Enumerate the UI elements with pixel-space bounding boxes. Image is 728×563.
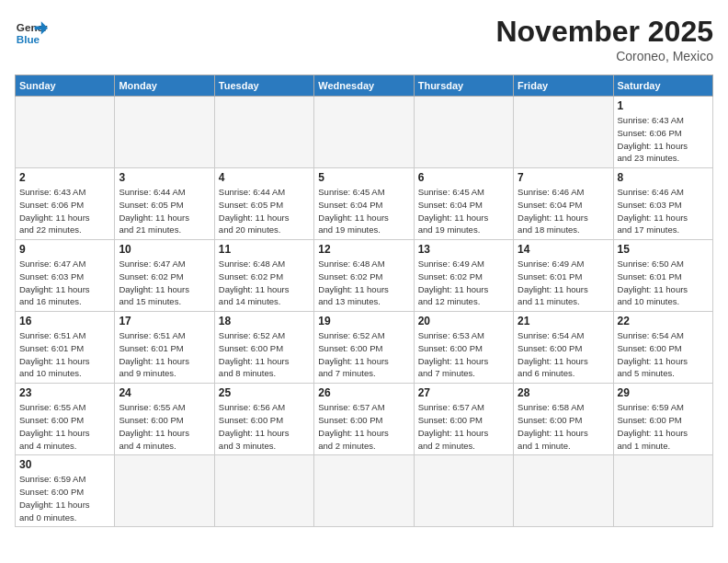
day-info: Sunrise: 6:47 AMSunset: 6:03 PMDaylight:…	[19, 258, 110, 308]
col-header-saturday: Saturday	[613, 75, 712, 97]
day-info: Sunrise: 6:44 AMSunset: 6:05 PMDaylight:…	[219, 186, 310, 236]
calendar-cell: 3Sunrise: 6:44 AMSunset: 6:05 PMDaylight…	[115, 168, 214, 240]
day-info: Sunrise: 6:57 AMSunset: 6:00 PMDaylight:…	[318, 401, 409, 452]
calendar-cell: 26Sunrise: 6:57 AMSunset: 6:00 PMDayligh…	[314, 384, 414, 455]
week-row-5: 23Sunrise: 6:55 AMSunset: 6:00 PMDayligh…	[16, 384, 713, 455]
calendar-cell: 21Sunrise: 6:54 AMSunset: 6:00 PMDayligh…	[514, 312, 613, 384]
calendar-cell: 28Sunrise: 6:58 AMSunset: 6:00 PMDayligh…	[514, 384, 613, 455]
day-info: Sunrise: 6:45 AMSunset: 6:04 PMDaylight:…	[418, 186, 509, 236]
day-info: Sunrise: 6:55 AMSunset: 6:00 PMDaylight:…	[19, 401, 110, 452]
calendar-cell: 22Sunrise: 6:54 AMSunset: 6:00 PMDayligh…	[613, 312, 712, 384]
calendar-cell	[214, 455, 313, 527]
day-info: Sunrise: 6:55 AMSunset: 6:00 PMDaylight:…	[119, 401, 210, 452]
calendar-cell: 10Sunrise: 6:47 AMSunset: 6:02 PMDayligh…	[115, 240, 214, 312]
day-info: Sunrise: 6:48 AMSunset: 6:02 PMDaylight:…	[318, 258, 409, 308]
col-header-monday: Monday	[115, 75, 214, 97]
calendar-cell: 13Sunrise: 6:49 AMSunset: 6:02 PMDayligh…	[414, 240, 513, 312]
calendar-cell	[115, 455, 214, 527]
calendar-cell: 30Sunrise: 6:59 AMSunset: 6:00 PMDayligh…	[16, 455, 115, 527]
calendar-cell: 11Sunrise: 6:48 AMSunset: 6:02 PMDayligh…	[214, 240, 313, 312]
day-number: 14	[518, 243, 609, 256]
day-info: Sunrise: 6:53 AMSunset: 6:00 PMDaylight:…	[418, 329, 509, 380]
calendar-cell: 17Sunrise: 6:51 AMSunset: 6:01 PMDayligh…	[115, 312, 214, 384]
day-info: Sunrise: 6:45 AMSunset: 6:04 PMDaylight:…	[318, 186, 409, 236]
week-row-1: 1Sunrise: 6:43 AMSunset: 6:06 PMDaylight…	[16, 97, 713, 168]
calendar-cell: 15Sunrise: 6:50 AMSunset: 6:01 PMDayligh…	[613, 240, 712, 312]
calendar-cell	[514, 455, 613, 527]
day-info: Sunrise: 6:43 AMSunset: 6:06 PMDaylight:…	[618, 114, 709, 165]
day-info: Sunrise: 6:44 AMSunset: 6:05 PMDaylight:…	[119, 186, 210, 236]
calendar-cell: 9Sunrise: 6:47 AMSunset: 6:03 PMDaylight…	[16, 240, 115, 312]
day-info: Sunrise: 6:51 AMSunset: 6:01 PMDaylight:…	[119, 329, 210, 380]
calendar-cell	[613, 455, 712, 527]
day-info: Sunrise: 6:50 AMSunset: 6:01 PMDaylight:…	[618, 258, 709, 308]
day-number: 18	[219, 315, 310, 327]
month-title: November 2025	[495, 15, 713, 49]
calendar-cell: 29Sunrise: 6:59 AMSunset: 6:00 PMDayligh…	[613, 384, 712, 455]
day-info: Sunrise: 6:51 AMSunset: 6:01 PMDaylight:…	[19, 329, 110, 380]
col-header-thursday: Thursday	[414, 75, 513, 97]
calendar-cell: 23Sunrise: 6:55 AMSunset: 6:00 PMDayligh…	[16, 384, 115, 455]
day-info: Sunrise: 6:59 AMSunset: 6:00 PMDaylight:…	[618, 401, 709, 452]
day-number: 4	[219, 171, 310, 184]
day-number: 23	[19, 386, 110, 399]
title-block: November 2025 Coroneo, Mexico	[495, 15, 713, 63]
calendar-cell: 20Sunrise: 6:53 AMSunset: 6:00 PMDayligh…	[414, 312, 513, 384]
calendar-cell: 19Sunrise: 6:52 AMSunset: 6:00 PMDayligh…	[314, 312, 414, 384]
day-number: 25	[219, 386, 310, 399]
day-number: 22	[618, 315, 709, 327]
day-number: 3	[119, 171, 210, 184]
calendar-cell	[414, 455, 513, 527]
day-number: 13	[418, 243, 509, 256]
day-info: Sunrise: 6:52 AMSunset: 6:00 PMDaylight:…	[318, 329, 409, 380]
calendar-cell: 6Sunrise: 6:45 AMSunset: 6:04 PMDaylight…	[414, 168, 513, 240]
week-row-6: 30Sunrise: 6:59 AMSunset: 6:00 PMDayligh…	[16, 455, 713, 527]
week-row-2: 2Sunrise: 6:43 AMSunset: 6:06 PMDaylight…	[16, 168, 713, 240]
week-row-3: 9Sunrise: 6:47 AMSunset: 6:03 PMDaylight…	[16, 240, 713, 312]
calendar-cell: 12Sunrise: 6:48 AMSunset: 6:02 PMDayligh…	[314, 240, 414, 312]
day-number: 26	[318, 386, 409, 399]
calendar-cell	[314, 97, 414, 168]
location: Coroneo, Mexico	[495, 49, 713, 63]
day-info: Sunrise: 6:52 AMSunset: 6:00 PMDaylight:…	[219, 329, 310, 380]
calendar-cell: 1Sunrise: 6:43 AMSunset: 6:06 PMDaylight…	[613, 97, 712, 168]
day-number: 10	[119, 243, 210, 256]
calendar-cell: 25Sunrise: 6:56 AMSunset: 6:00 PMDayligh…	[214, 384, 313, 455]
calendar-cell	[414, 97, 513, 168]
calendar-cell: 5Sunrise: 6:45 AMSunset: 6:04 PMDaylight…	[314, 168, 414, 240]
day-info: Sunrise: 6:58 AMSunset: 6:00 PMDaylight:…	[518, 401, 609, 452]
day-number: 12	[318, 243, 409, 256]
day-number: 29	[618, 386, 709, 399]
day-number: 27	[418, 386, 509, 399]
calendar-cell: 18Sunrise: 6:52 AMSunset: 6:00 PMDayligh…	[214, 312, 313, 384]
calendar-cell: 27Sunrise: 6:57 AMSunset: 6:00 PMDayligh…	[414, 384, 513, 455]
col-header-tuesday: Tuesday	[214, 75, 313, 97]
logo: General Blue	[15, 15, 48, 48]
calendar-cell: 7Sunrise: 6:46 AMSunset: 6:04 PMDaylight…	[514, 168, 613, 240]
day-info: Sunrise: 6:59 AMSunset: 6:00 PMDaylight:…	[19, 473, 110, 523]
calendar-cell: 14Sunrise: 6:49 AMSunset: 6:01 PMDayligh…	[514, 240, 613, 312]
col-header-wednesday: Wednesday	[314, 75, 414, 97]
day-info: Sunrise: 6:54 AMSunset: 6:00 PMDaylight:…	[618, 329, 709, 380]
day-info: Sunrise: 6:56 AMSunset: 6:00 PMDaylight:…	[219, 401, 310, 452]
calendar-cell	[115, 97, 214, 168]
header-row: SundayMondayTuesdayWednesdayThursdayFrid…	[16, 75, 713, 97]
day-number: 11	[219, 243, 310, 256]
col-header-friday: Friday	[514, 75, 613, 97]
calendar-cell: 16Sunrise: 6:51 AMSunset: 6:01 PMDayligh…	[16, 312, 115, 384]
day-number: 24	[119, 386, 210, 399]
day-number: 28	[518, 386, 609, 399]
calendar-cell: 24Sunrise: 6:55 AMSunset: 6:00 PMDayligh…	[115, 384, 214, 455]
day-number: 7	[518, 171, 609, 184]
day-info: Sunrise: 6:49 AMSunset: 6:01 PMDaylight:…	[518, 258, 609, 308]
day-info: Sunrise: 6:47 AMSunset: 6:02 PMDaylight:…	[119, 258, 210, 308]
week-row-4: 16Sunrise: 6:51 AMSunset: 6:01 PMDayligh…	[16, 312, 713, 384]
day-info: Sunrise: 6:43 AMSunset: 6:06 PMDaylight:…	[19, 186, 110, 236]
day-number: 1	[618, 99, 709, 112]
day-number: 8	[618, 171, 709, 184]
day-info: Sunrise: 6:48 AMSunset: 6:02 PMDaylight:…	[219, 258, 310, 308]
day-info: Sunrise: 6:46 AMSunset: 6:03 PMDaylight:…	[618, 186, 709, 236]
day-number: 17	[119, 315, 210, 327]
page-header: General Blue November 2025 Coroneo, Mexi…	[15, 15, 713, 63]
logo-icon: General Blue	[15, 15, 48, 48]
